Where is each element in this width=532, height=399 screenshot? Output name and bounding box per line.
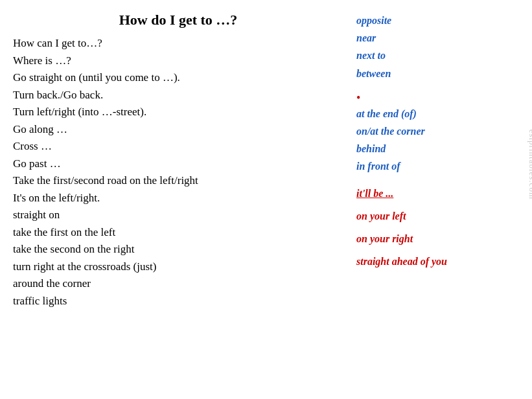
left-column: How do I get to …? How can I get to…?Whe…	[13, 12, 350, 393]
right-word-s1-1: near	[356, 29, 519, 47]
right-word-s2-1: on/at the corner	[356, 122, 519, 140]
left-line-1: Where is …?	[13, 52, 343, 69]
right-column: oppositenearnext tobetween • at the end …	[350, 12, 519, 393]
left-line-14: around the corner	[13, 275, 343, 292]
left-line-15: traffic lights	[13, 293, 343, 310]
right-word-s1-0: opposite	[356, 12, 519, 29]
right-word-s2-0: at the end (of)	[356, 105, 519, 122]
right-word-s2-2: behind	[356, 140, 519, 157]
phrase-item-2: straight ahead of you	[356, 253, 519, 270]
left-line-8: Take the first/second road on the left/r…	[13, 172, 343, 189]
left-line-12: take the second on the right	[13, 241, 343, 258]
left-line-10: straight on	[13, 207, 343, 223]
left-line-6: Cross …	[13, 138, 343, 155]
right-word-s1-2: next to	[356, 47, 519, 64]
left-line-5: Go along …	[13, 121, 343, 138]
itll-be-label: it'll be ...	[356, 185, 519, 202]
left-line-4: Turn left/right (into …-street).	[13, 104, 343, 120]
left-line-7: Go past …	[13, 155, 343, 172]
left-line-11: take the first on the left	[13, 224, 343, 241]
prepositions-section2: • at the end (of)on/at the cornerbehindi…	[356, 91, 519, 176]
watermark: eslprintables.com	[527, 130, 532, 200]
page-title: How do I get to …?	[13, 12, 343, 28]
left-line-9: It's on the left/right.	[13, 190, 343, 207]
left-line-13: turn right at the crossroads (just)	[13, 258, 343, 275]
phrases-section: it'll be ...on your lefton your rightstr…	[356, 185, 519, 271]
prepositions-section1: oppositenearnext tobetween	[356, 12, 519, 82]
left-line-2: Go straight on (until you come to …).	[13, 69, 343, 86]
left-line-3: Turn back./Go back.	[13, 87, 343, 104]
phrase-item-1: on your right	[356, 230, 519, 247]
phrase-item-0: on your left	[356, 207, 519, 225]
left-line-0: How can I get to…?	[13, 35, 343, 52]
right-word-s1-3: between	[356, 65, 519, 82]
right-word-s2-3: in front of	[356, 157, 519, 175]
